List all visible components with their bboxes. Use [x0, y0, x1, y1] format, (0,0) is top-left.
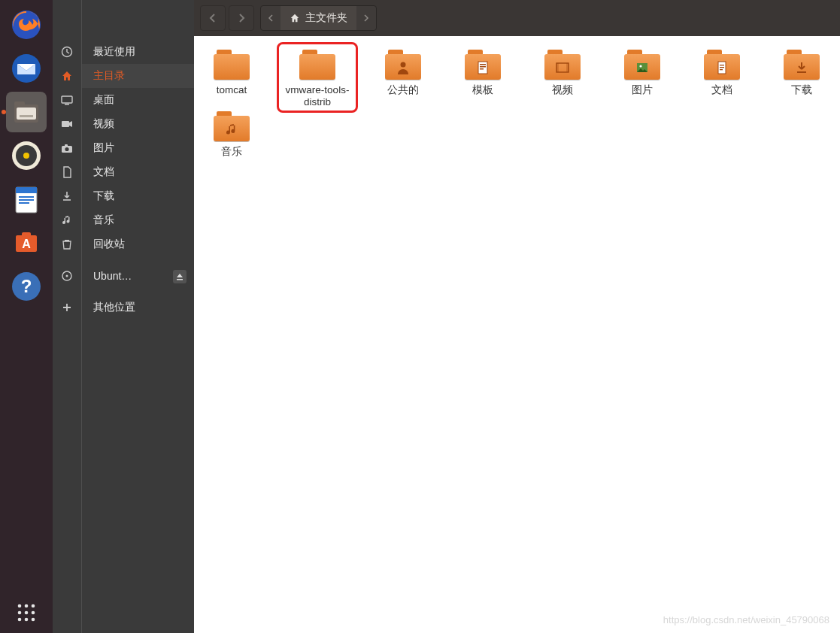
- places-item-download[interactable]: 下载: [82, 184, 194, 208]
- places-item-desktop[interactable]: 桌面: [82, 88, 194, 112]
- file-label: 音乐: [221, 146, 242, 158]
- places-item-camera[interactable]: 图片: [82, 136, 194, 160]
- folder-icon: [624, 50, 660, 80]
- launcher-dock: A?: [0, 0, 53, 633]
- places-item-doc[interactable]: 文档: [82, 160, 194, 184]
- file-label: vmware-tools-distrib: [281, 84, 353, 108]
- places-disc-icon[interactable]: [53, 264, 81, 288]
- svg-rect-50: [720, 67, 724, 68]
- places-item-label: 其他位置: [93, 301, 135, 314]
- breadcrumb-home[interactable]: 主文件夹: [281, 5, 356, 31]
- svg-point-21: [32, 604, 35, 608]
- svg-point-33: [65, 147, 68, 151]
- forward-button[interactable]: [229, 5, 254, 31]
- places-item-clock[interactable]: 最近使用: [82, 40, 194, 64]
- file-manager-window: 主文件夹 tomcat vmware-tools-distrib 公共的 模板 …: [194, 0, 840, 633]
- svg-point-7: [16, 145, 37, 166]
- svg-rect-5: [20, 115, 33, 117]
- dock-libreoffice-writer[interactable]: [6, 179, 47, 220]
- svg-point-37: [66, 275, 68, 277]
- folder-icon: [214, 50, 250, 80]
- file-label: 公共的: [387, 84, 419, 96]
- folder-icon: [214, 111, 250, 141]
- svg-rect-30: [65, 104, 69, 105]
- places-home-icon[interactable]: [53, 64, 81, 88]
- places-video-icon[interactable]: [53, 112, 81, 136]
- places-desktop-icon[interactable]: [53, 88, 81, 112]
- svg-rect-35: [65, 240, 69, 241]
- file-item[interactable]: 文档: [692, 47, 752, 108]
- svg-rect-12: [19, 199, 34, 201]
- places-item-label: 视频: [93, 117, 114, 131]
- svg-rect-11: [19, 196, 34, 198]
- home-icon: [290, 13, 300, 23]
- file-item[interactable]: 音乐: [202, 108, 262, 158]
- svg-rect-41: [480, 66, 486, 68]
- svg-point-20: [25, 604, 29, 608]
- svg-rect-40: [480, 64, 486, 65]
- path-prev-button[interactable]: [261, 5, 281, 31]
- dock-files[interactable]: [6, 92, 47, 132]
- svg-point-25: [18, 618, 22, 622]
- places-item-label: Ubunt…: [93, 270, 132, 282]
- svg-rect-3: [14, 101, 25, 106]
- svg-rect-31: [62, 121, 69, 127]
- back-button[interactable]: [200, 5, 226, 31]
- file-label: 下载: [791, 84, 812, 96]
- file-label: tomcat: [217, 84, 247, 96]
- path-next-button[interactable]: [356, 5, 376, 31]
- places-item-plus[interactable]: 其他位置: [82, 295, 194, 320]
- places-music-icon[interactable]: [53, 208, 81, 232]
- places-item-label: 图片: [93, 141, 114, 155]
- dock-help[interactable]: ?: [6, 266, 47, 307]
- svg-rect-49: [720, 65, 724, 65]
- places-item-music[interactable]: 音乐: [82, 208, 194, 232]
- breadcrumb-label: 主文件夹: [305, 11, 347, 25]
- show-applications-button[interactable]: [6, 592, 47, 633]
- file-item[interactable]: 下载: [772, 47, 832, 108]
- places-doc-icon[interactable]: [53, 160, 81, 184]
- places-download-icon[interactable]: [53, 184, 81, 208]
- places-item-disc[interactable]: Ubunt…: [82, 264, 194, 288]
- folder-icon: [544, 50, 581, 80]
- svg-text:A: A: [22, 238, 31, 250]
- places-item-label: 回收站: [93, 238, 125, 251]
- file-item[interactable]: 图片: [612, 47, 672, 108]
- svg-rect-29: [62, 96, 72, 103]
- dock-thunderbird[interactable]: [6, 48, 47, 89]
- dock-rhythmbox[interactable]: [6, 135, 47, 176]
- svg-rect-14: [16, 235, 37, 252]
- places-trash-icon[interactable]: [53, 232, 81, 256]
- places-icon-rail: [53, 0, 81, 633]
- eject-button[interactable]: [173, 270, 186, 283]
- places-item-video[interactable]: 视频: [82, 112, 194, 136]
- places-item-home[interactable]: 主目录: [82, 64, 194, 88]
- file-label: 图片: [632, 84, 653, 96]
- places-item-trash[interactable]: 回收站: [82, 232, 194, 256]
- file-item[interactable]: 模板: [453, 47, 513, 108]
- svg-rect-4: [17, 108, 36, 120]
- file-item[interactable]: vmware-tools-distrib: [281, 47, 353, 108]
- file-item[interactable]: 公共的: [373, 47, 433, 108]
- svg-point-47: [639, 65, 641, 67]
- places-sidebar: 最近使用主目录桌面视频图片文档下载音乐回收站Ubunt…其他位置: [81, 0, 194, 633]
- svg-point-23: [25, 611, 29, 615]
- svg-rect-44: [556, 63, 559, 72]
- folder-icon: [704, 50, 740, 80]
- file-item[interactable]: 视频: [532, 47, 593, 108]
- svg-rect-9: [16, 187, 37, 213]
- svg-rect-10: [16, 187, 37, 193]
- svg-point-19: [18, 604, 22, 608]
- file-label: 文档: [711, 84, 732, 96]
- dock-ubuntu-software[interactable]: A: [6, 223, 47, 263]
- places-item-label: 文档: [93, 165, 114, 179]
- file-item[interactable]: tomcat: [202, 47, 262, 108]
- places-clock-icon[interactable]: [53, 40, 81, 64]
- dock-firefox[interactable]: [6, 5, 47, 45]
- places-item-label: 主目录: [93, 69, 125, 83]
- places-item-label: 最近使用: [93, 45, 135, 59]
- places-camera-icon[interactable]: [53, 136, 81, 160]
- svg-point-1: [12, 54, 41, 83]
- toolbar: 主文件夹: [194, 0, 840, 36]
- places-plus-icon[interactable]: [53, 295, 81, 320]
